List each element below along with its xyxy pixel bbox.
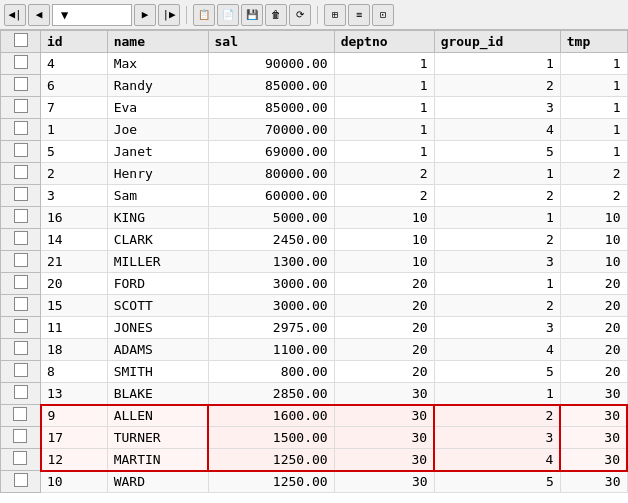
cell-deptno[interactable]: 1 [334, 53, 434, 75]
cell-sal[interactable]: 2450.00 [208, 229, 334, 251]
list-view-btn[interactable]: ≡ [348, 4, 370, 26]
cell-deptno[interactable]: 1 [334, 119, 434, 141]
row-checkbox[interactable] [14, 231, 28, 245]
cell-group_id[interactable]: 3 [434, 251, 560, 273]
row-checkbox[interactable] [14, 209, 28, 223]
row-checkbox[interactable] [14, 99, 28, 113]
cell-sal[interactable]: 800.00 [208, 361, 334, 383]
row-checkbox[interactable] [14, 55, 28, 69]
cell-sal[interactable]: 70000.00 [208, 119, 334, 141]
cell-group_id[interactable]: 2 [434, 75, 560, 97]
cell-sal[interactable]: 85000.00 [208, 97, 334, 119]
cell-id[interactable]: 1 [41, 119, 108, 141]
cell-name[interactable]: Janet [107, 141, 208, 163]
cell-name[interactable]: Eva [107, 97, 208, 119]
cell-sal[interactable]: 90000.00 [208, 53, 334, 75]
table-row[interactable]: 1Joe70000.00141 [1, 119, 628, 141]
cell-group_id[interactable]: 5 [434, 361, 560, 383]
cell-id[interactable]: 5 [41, 141, 108, 163]
cell-id[interactable]: 9 [41, 405, 108, 427]
table-row[interactable]: 12MARTIN1250.0030430 [1, 449, 628, 471]
cell-tmp[interactable]: 20 [560, 273, 627, 295]
row-checkbox[interactable] [14, 275, 28, 289]
cell-id[interactable]: 13 [41, 383, 108, 405]
table-row[interactable]: 10WARD1250.0030530 [1, 471, 628, 493]
row-checkbox[interactable] [13, 407, 27, 421]
paste-btn[interactable]: 📄 [217, 4, 239, 26]
cell-tmp[interactable]: 20 [560, 339, 627, 361]
cell-sal[interactable]: 3000.00 [208, 273, 334, 295]
cell-tmp[interactable]: 30 [560, 471, 627, 493]
cell-id[interactable]: 11 [41, 317, 108, 339]
cell-group_id[interactable]: 3 [434, 317, 560, 339]
col-tmp[interactable]: tmp [560, 31, 627, 53]
cell-deptno[interactable]: 20 [334, 339, 434, 361]
cell-deptno[interactable]: 20 [334, 295, 434, 317]
cell-tmp[interactable]: 1 [560, 97, 627, 119]
cell-group_id[interactable]: 5 [434, 141, 560, 163]
first-btn[interactable]: ◀| [4, 4, 26, 26]
row-checkbox[interactable] [14, 77, 28, 91]
cell-name[interactable]: SCOTT [107, 295, 208, 317]
row-checkbox[interactable] [14, 385, 28, 399]
cell-deptno[interactable]: 30 [334, 471, 434, 493]
table-row[interactable]: 17TURNER1500.0030330 [1, 427, 628, 449]
cell-name[interactable]: FORD [107, 273, 208, 295]
col-deptno[interactable]: deptno [334, 31, 434, 53]
cell-id[interactable]: 8 [41, 361, 108, 383]
cell-sal[interactable]: 1250.00 [208, 449, 334, 471]
cell-group_id[interactable]: 1 [434, 383, 560, 405]
cell-deptno[interactable]: 10 [334, 251, 434, 273]
cell-name[interactable]: Sam [107, 185, 208, 207]
table-row[interactable]: 13BLAKE2850.0030130 [1, 383, 628, 405]
cell-tmp[interactable]: 2 [560, 185, 627, 207]
select-all-checkbox[interactable] [14, 33, 28, 47]
cell-sal[interactable]: 85000.00 [208, 75, 334, 97]
cell-name[interactable]: Joe [107, 119, 208, 141]
cell-id[interactable]: 3 [41, 185, 108, 207]
cell-name[interactable]: Randy [107, 75, 208, 97]
row-checkbox[interactable] [14, 143, 28, 157]
cell-sal[interactable]: 2850.00 [208, 383, 334, 405]
cell-tmp[interactable]: 1 [560, 75, 627, 97]
cell-name[interactable]: SMITH [107, 361, 208, 383]
cell-tmp[interactable]: 2 [560, 163, 627, 185]
cell-id[interactable]: 18 [41, 339, 108, 361]
table-row[interactable]: 20FORD3000.0020120 [1, 273, 628, 295]
cell-sal[interactable]: 2975.00 [208, 317, 334, 339]
select-all-header[interactable] [1, 31, 41, 53]
cell-name[interactable]: BLAKE [107, 383, 208, 405]
detail-view-btn[interactable]: ⊡ [372, 4, 394, 26]
last-btn[interactable]: |▶ [158, 4, 180, 26]
table-row[interactable]: 9ALLEN1600.0030230 [1, 405, 628, 427]
table-row[interactable]: 7Eva85000.00131 [1, 97, 628, 119]
prev-btn[interactable]: ◀ [28, 4, 50, 26]
cell-name[interactable]: TURNER [107, 427, 208, 449]
cell-tmp[interactable]: 1 [560, 53, 627, 75]
refresh-btn[interactable]: ⟳ [289, 4, 311, 26]
cell-id[interactable]: 20 [41, 273, 108, 295]
row-checkbox[interactable] [14, 341, 28, 355]
cell-group_id[interactable]: 4 [434, 339, 560, 361]
cell-name[interactable]: ADAMS [107, 339, 208, 361]
cell-tmp[interactable]: 1 [560, 119, 627, 141]
cell-sal[interactable]: 1500.00 [208, 427, 334, 449]
cell-name[interactable]: KING [107, 207, 208, 229]
cell-tmp[interactable]: 30 [560, 427, 627, 449]
save-btn[interactable]: 💾 [241, 4, 263, 26]
cell-name[interactable]: JONES [107, 317, 208, 339]
cell-sal[interactable]: 69000.00 [208, 141, 334, 163]
row-checkbox[interactable] [14, 473, 28, 487]
next-btn[interactable]: ▶ [134, 4, 156, 26]
cell-tmp[interactable]: 30 [560, 405, 627, 427]
cell-deptno[interactable]: 1 [334, 141, 434, 163]
cell-deptno[interactable]: 20 [334, 361, 434, 383]
cell-group_id[interactable]: 1 [434, 207, 560, 229]
cell-name[interactable]: CLARK [107, 229, 208, 251]
readonly-indicator[interactable]: ▼ [52, 4, 132, 26]
cell-tmp[interactable]: 10 [560, 207, 627, 229]
cell-sal[interactable]: 1300.00 [208, 251, 334, 273]
cell-group_id[interactable]: 4 [434, 449, 560, 471]
table-row[interactable]: 16KING5000.0010110 [1, 207, 628, 229]
table-row[interactable]: 8SMITH800.0020520 [1, 361, 628, 383]
